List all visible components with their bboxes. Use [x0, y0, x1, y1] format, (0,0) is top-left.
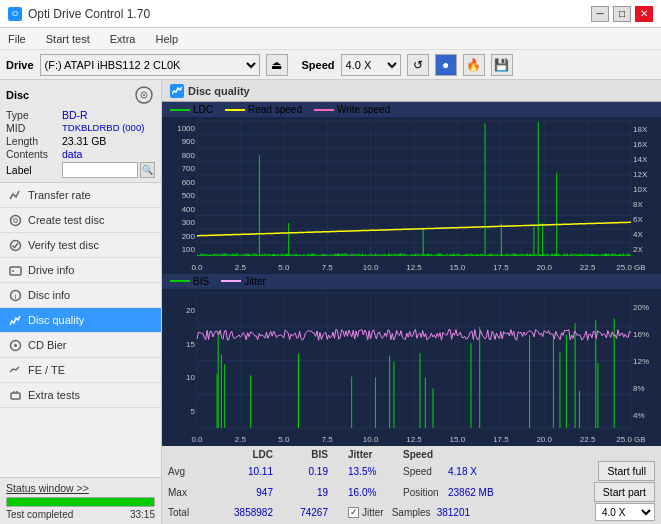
status-text: Test completed — [6, 509, 73, 520]
stats-avg-label: Avg — [168, 466, 208, 477]
disc-quality-title: Disc quality — [188, 85, 250, 97]
stats-max-jitter: 16.0% — [348, 487, 403, 498]
stats-avg-bis: 0.19 — [273, 466, 328, 477]
stats-position-value: 23862 MB — [448, 487, 513, 498]
stats-max-label: Max — [168, 487, 208, 498]
jitter-checkbox[interactable] — [348, 507, 359, 518]
disc-label-search-button[interactable]: 🔍 — [140, 162, 155, 178]
burn-button[interactable]: 🔥 — [463, 54, 485, 76]
nav-cd-bier[interactable]: CD Bier — [0, 333, 161, 358]
menu-starttest[interactable]: Start test — [42, 32, 94, 46]
disc-label-input[interactable] — [62, 162, 138, 178]
disc-contents-value: data — [62, 148, 82, 160]
drive-select[interactable]: (F:) ATAPI iHBS112 2 CL0K — [40, 54, 260, 76]
speed-bottom-select[interactable]: 4.0 X — [595, 503, 655, 521]
disc-section: Disc Type BD-R MID TDKBLDRBD (000) Leng — [0, 80, 161, 183]
disc-mid-value: TDKBLDRBD (000) — [62, 122, 144, 134]
settings-button[interactable]: ● — [435, 54, 457, 76]
stats-max-ldc: 947 — [208, 487, 273, 498]
right-panel: Disc quality LDC Read speed Write speed — [162, 80, 661, 524]
stats-total-row: Total 3858982 74267 Jitter Samples 38120… — [168, 503, 655, 521]
stats-total-ldc: 3858982 — [208, 507, 273, 518]
legend-write: Write speed — [314, 104, 390, 115]
left-panel: Disc Type BD-R MID TDKBLDRBD (000) Leng — [0, 80, 162, 524]
chart2-canvas — [162, 289, 661, 446]
legend-jitter: Jitter — [221, 276, 266, 287]
svg-point-7 — [12, 270, 14, 272]
svg-point-3 — [10, 215, 20, 225]
disc-type-value: BD-R — [62, 109, 88, 121]
maximize-button[interactable]: □ — [613, 6, 631, 22]
status-window-button[interactable]: Status window >> — [6, 482, 89, 494]
legend-bis: BIS — [170, 276, 209, 287]
nav-fe-te-label: FE / TE — [28, 364, 65, 376]
stats-header-bis: BIS — [273, 449, 328, 460]
menubar: File Start test Extra Help — [0, 28, 661, 50]
disc-icon — [133, 84, 155, 106]
stats-header-ldc: LDC — [208, 449, 273, 460]
chart1-legend: LDC Read speed Write speed — [162, 102, 661, 117]
nav-disc-info[interactable]: i Disc info — [0, 283, 161, 308]
stats-speed-value: 4.18 X — [448, 466, 503, 477]
save-button[interactable]: 💾 — [491, 54, 513, 76]
nav-extra-tests[interactable]: Extra tests — [0, 383, 161, 408]
fe-te-icon — [8, 363, 22, 377]
minimize-button[interactable]: ─ — [591, 6, 609, 22]
stats-max-bis: 19 — [273, 487, 328, 498]
nav-transfer-rate[interactable]: Transfer rate — [0, 183, 161, 208]
legend-bis-label: BIS — [193, 276, 209, 287]
nav-drive-info[interactable]: Drive info — [0, 258, 161, 283]
stats-max-row: Max 947 19 16.0% Position 23862 MB Start… — [168, 482, 655, 502]
app-title: Opti Drive Control 1.70 — [28, 7, 150, 21]
app-icon: O — [8, 7, 22, 21]
stats-jitter-check-label: Jitter — [362, 507, 384, 518]
nav-items: Transfer rate Create test disc Verify te… — [0, 183, 161, 477]
nav-create-test-disc[interactable]: Create test disc — [0, 208, 161, 233]
close-button[interactable]: ✕ — [635, 6, 653, 22]
create-test-disc-icon — [8, 213, 22, 227]
menu-file[interactable]: File — [4, 32, 30, 46]
menu-help[interactable]: Help — [151, 32, 182, 46]
legend-write-label: Write speed — [337, 104, 390, 115]
start-part-button[interactable]: Start part — [594, 482, 655, 502]
stats-bottom: LDC BIS Jitter Speed Avg 10.11 0.19 13.5… — [162, 445, 661, 524]
speed-select-toolbar[interactable]: 4.0 X — [341, 54, 401, 76]
eject-button[interactable]: ⏏ — [266, 54, 288, 76]
disc-quality-header: Disc quality — [162, 80, 661, 102]
drive-label: Drive — [6, 59, 34, 71]
disc-info-icon: i — [8, 288, 22, 302]
main-area: Disc Type BD-R MID TDKBLDRBD (000) Leng — [0, 80, 661, 524]
nav-disc-quality-label: Disc quality — [28, 314, 84, 326]
nav-verify-test-disc-label: Verify test disc — [28, 239, 99, 251]
stats-speed-label: Speed — [403, 466, 448, 477]
disc-mid-row: MID TDKBLDRBD (000) — [6, 122, 155, 134]
stats-samples-label: Samples — [392, 507, 437, 518]
nav-create-test-disc-label: Create test disc — [28, 214, 104, 226]
legend-ldc: LDC — [170, 104, 213, 115]
verify-test-disc-icon — [8, 238, 22, 252]
stats-header-row: LDC BIS Jitter Speed — [168, 449, 655, 460]
stats-avg-ldc: 10.11 — [208, 466, 273, 477]
svg-point-2 — [143, 94, 145, 96]
titlebar: O Opti Drive Control 1.70 ─ □ ✕ — [0, 0, 661, 28]
titlebar-controls: ─ □ ✕ — [591, 6, 653, 22]
nav-verify-test-disc[interactable]: Verify test disc — [0, 233, 161, 258]
menu-extra[interactable]: Extra — [106, 32, 140, 46]
legend-ldc-label: LDC — [193, 104, 213, 115]
nav-cd-bier-label: CD Bier — [28, 339, 67, 351]
disc-quality-header-icon — [170, 84, 184, 98]
nav-disc-info-label: Disc info — [28, 289, 70, 301]
stats-header-speed: Speed — [403, 449, 448, 460]
stats-samples-value: 381201 — [437, 507, 502, 518]
cd-bier-icon — [8, 338, 22, 352]
nav-drive-info-label: Drive info — [28, 264, 74, 276]
svg-point-4 — [13, 218, 17, 222]
refresh-button[interactable]: ↺ — [407, 54, 429, 76]
disc-contents-row: Contents data — [6, 148, 155, 160]
nav-fe-te[interactable]: FE / TE — [0, 358, 161, 383]
start-full-button[interactable]: Start full — [598, 461, 655, 481]
status-row: Test completed 33:15 — [6, 509, 155, 520]
titlebar-left: O Opti Drive Control 1.70 — [8, 7, 150, 21]
nav-disc-quality[interactable]: Disc quality — [0, 308, 161, 333]
legend-read-label: Read speed — [248, 104, 302, 115]
